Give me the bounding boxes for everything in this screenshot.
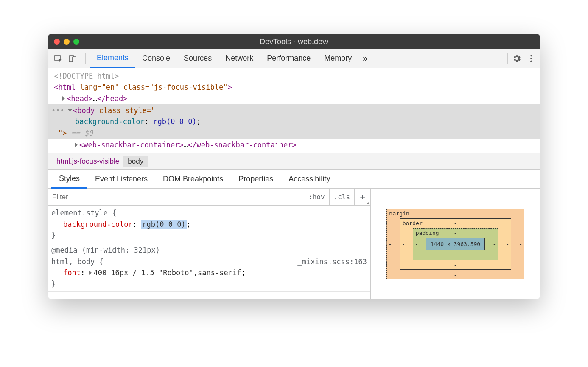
sub-tab-dom-breakpoints[interactable]: DOM Breakpoints [155, 170, 231, 189]
toggle-hov-button[interactable]: :hov [304, 189, 329, 205]
close-window-button[interactable] [54, 39, 60, 45]
expand-triangle-icon[interactable] [68, 109, 72, 112]
dom-snackbar[interactable]: <web-snackbar-container>…</web-snackbar-… [48, 139, 540, 150]
breadcrumb-html[interactable]: html.js-focus-visible [52, 156, 123, 167]
box-model-margin[interactable]: margin - - - - border - - - - padding - [386, 209, 524, 279]
svg-point-5 [530, 60, 532, 62]
tab-elements[interactable]: Elements [90, 49, 135, 68]
styles-panel: :hov .cls + element.style { background-c… [48, 189, 540, 299]
styles-sub-tabs: Styles Event Listeners DOM Breakpoints P… [48, 170, 540, 189]
titlebar: DevTools - web.dev/ [48, 34, 540, 49]
device-toolbar-icon[interactable] [67, 53, 78, 65]
settings-gear-icon[interactable] [512, 54, 521, 63]
styles-filter-row: :hov .cls + [48, 189, 370, 206]
box-model-padding[interactable]: padding - - - - 1440 × 3963.590 [413, 228, 498, 260]
overflow-ellipsis: ••• [51, 106, 64, 115]
tab-sources[interactable]: Sources [177, 49, 218, 68]
tab-memory[interactable]: Memory [317, 49, 358, 68]
css-declaration[interactable]: background-color: rgb(0 0 0); [51, 219, 367, 230]
more-options-icon[interactable] [526, 54, 536, 63]
dom-tree[interactable]: <!DOCTYPE html> <html lang="en" class="j… [48, 68, 540, 153]
toggle-cls-button[interactable]: .cls [329, 189, 355, 205]
window-controls [54, 39, 79, 45]
sub-tab-event-listeners[interactable]: Event Listeners [87, 170, 155, 189]
breadcrumb-body[interactable]: body [123, 156, 148, 167]
box-model-border[interactable]: border - - - - padding - - - - 1440 × 39… [400, 218, 511, 270]
expand-triangle-icon[interactable] [62, 96, 65, 101]
sub-tab-accessibility[interactable]: Accessibility [281, 170, 338, 189]
svg-point-3 [530, 55, 532, 56]
box-model[interactable]: margin - - - - border - - - - padding - [386, 209, 524, 279]
dom-doctype[interactable]: <!DOCTYPE html> [48, 71, 540, 82]
dom-body-selected[interactable]: ••• <body class style=" background-color… [48, 104, 540, 139]
devtools-window: DevTools - web.dev/ Elements Console Sou… [48, 34, 540, 299]
dom-html-open[interactable]: <html lang="en" class="js-focus-visible"… [48, 82, 540, 93]
maximize-window-button[interactable] [73, 39, 79, 45]
main-tabs: Elements Console Sources Network Perform… [90, 49, 503, 68]
box-model-panel: margin - - - - border - - - - padding - [370, 189, 540, 299]
tab-network[interactable]: Network [218, 49, 260, 68]
tab-console[interactable]: Console [135, 49, 177, 68]
rule-source-link[interactable]: _mixins.scss:163 [297, 256, 367, 267]
separator [507, 53, 508, 64]
minimize-window-button[interactable] [64, 39, 70, 45]
inspect-element-icon[interactable] [52, 53, 64, 65]
styles-rules-column: :hov .cls + element.style { background-c… [48, 189, 370, 299]
tab-performance[interactable]: Performance [260, 49, 317, 68]
toolbar-right [512, 54, 536, 63]
window-title: DevTools - web.dev/ [260, 37, 328, 46]
new-style-rule-button[interactable]: + [354, 189, 370, 205]
rule-media[interactable]: @media (min-width: 321px) html, body {_m… [48, 243, 370, 291]
css-declaration[interactable]: font: 400 16px / 1.5 "Roboto",sans-serif… [51, 267, 367, 278]
style-rules: element.style { background-color: rgb(0 … [48, 206, 370, 299]
sub-tab-properties[interactable]: Properties [231, 170, 281, 189]
more-tabs-button[interactable]: » [358, 54, 372, 63]
rule-element-style[interactable]: element.style { background-color: rgb(0 … [48, 206, 370, 243]
separator [85, 53, 86, 64]
styles-filter-input[interactable] [48, 193, 304, 201]
svg-point-4 [530, 58, 532, 59]
sub-tab-styles[interactable]: Styles [51, 170, 87, 189]
expand-triangle-icon[interactable] [75, 143, 78, 147]
expand-shorthand-icon[interactable] [89, 271, 92, 275]
breadcrumb: html.js-focus-visible body [48, 153, 540, 170]
box-model-content[interactable]: 1440 × 3963.590 [426, 238, 485, 250]
svg-rect-2 [73, 57, 76, 62]
main-toolbar: Elements Console Sources Network Perform… [48, 49, 540, 68]
dom-head[interactable]: <head>…</head> [48, 93, 540, 104]
